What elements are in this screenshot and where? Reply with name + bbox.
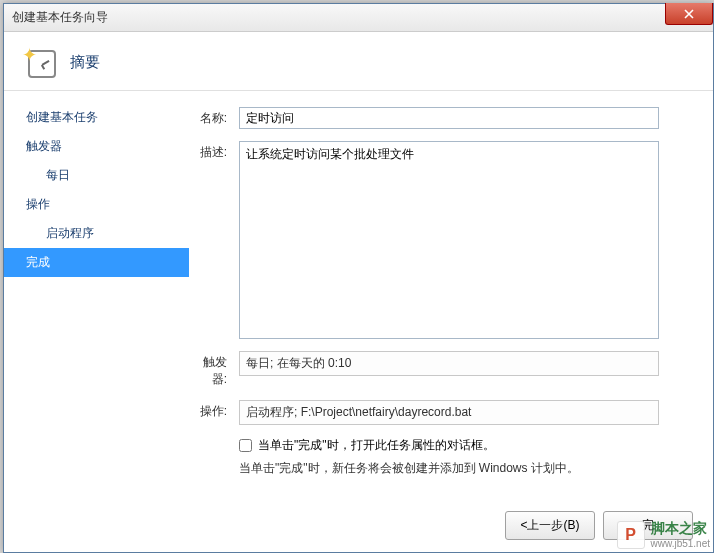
sidebar-item-action[interactable]: 操作: [18, 190, 189, 219]
close-button[interactable]: [665, 3, 713, 25]
wizard-window: 创建基本任务向导 ✦ 摘要 创建基本任务 触发器 每日 操作 启动程序 完成 名…: [3, 3, 714, 553]
sidebar-item-daily[interactable]: 每日: [18, 161, 189, 190]
clock-icon: ✦: [24, 46, 56, 78]
trigger-value: 每日; 在每天的 0:10: [239, 351, 659, 376]
desc-label: 描述:: [189, 141, 239, 161]
open-properties-label: 当单击"完成"时，打开此任务属性的对话框。: [258, 437, 495, 454]
page-title: 摘要: [70, 53, 100, 72]
close-icon: [684, 9, 694, 19]
sidebar-item-start-program[interactable]: 启动程序: [18, 219, 189, 248]
name-label: 名称:: [189, 107, 239, 127]
finish-button[interactable]: 完: [603, 511, 693, 540]
trigger-label: 触发器:: [189, 351, 239, 388]
info-text: 当单击"完成"时，新任务将会被创建并添加到 Windows 计划中。: [239, 460, 695, 477]
name-row: 名称:: [189, 107, 695, 129]
trigger-row: 触发器: 每日; 在每天的 0:10: [189, 351, 695, 388]
window-title: 创建基本任务向导: [8, 9, 108, 26]
desc-row: 描述:: [189, 141, 695, 339]
titlebar: 创建基本任务向导: [4, 4, 713, 32]
sidebar-item-create-task[interactable]: 创建基本任务: [18, 103, 189, 132]
open-properties-checkbox[interactable]: [239, 439, 252, 452]
button-row: <上一步(B) 完: [505, 511, 693, 540]
content-panel: 名称: 描述: 触发器: 每日; 在每天的 0:10 操作: 启动程序; F:\…: [189, 91, 713, 509]
header-section: ✦ 摘要: [4, 32, 713, 91]
open-properties-row: 当单击"完成"时，打开此任务属性的对话框。: [239, 437, 695, 454]
body-area: 创建基本任务 触发器 每日 操作 启动程序 完成 名称: 描述: 触发器: 每日…: [4, 91, 713, 509]
sidebar-item-finish[interactable]: 完成: [4, 248, 189, 277]
sidebar-item-trigger[interactable]: 触发器: [18, 132, 189, 161]
action-value: 启动程序; F:\Project\netfairy\dayrecord.bat: [239, 400, 659, 425]
sidebar: 创建基本任务 触发器 每日 操作 启动程序 完成: [4, 91, 189, 509]
desc-input[interactable]: [239, 141, 659, 339]
action-label: 操作:: [189, 400, 239, 420]
name-input[interactable]: [239, 107, 659, 129]
action-row: 操作: 启动程序; F:\Project\netfairy\dayrecord.…: [189, 400, 695, 425]
back-button[interactable]: <上一步(B): [505, 511, 595, 540]
